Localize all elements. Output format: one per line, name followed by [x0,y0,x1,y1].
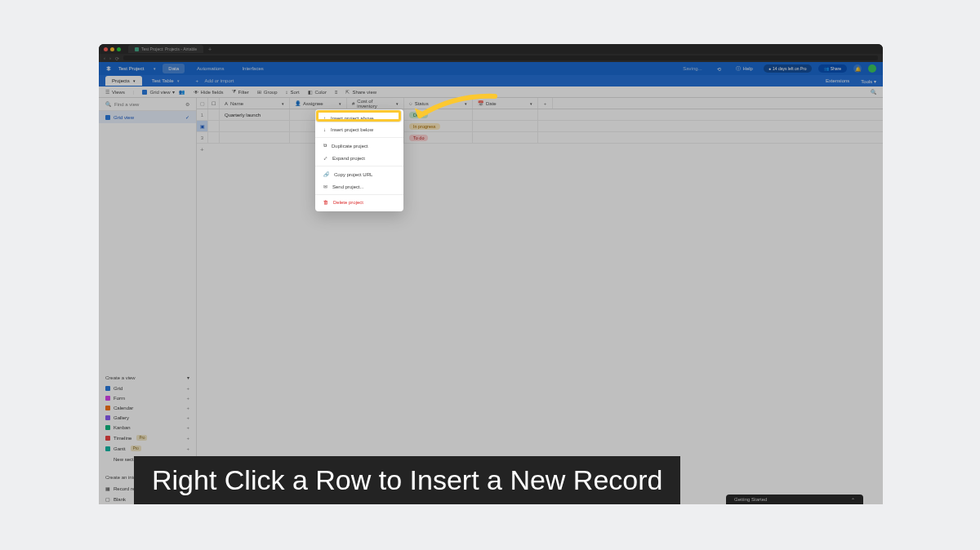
view-picker[interactable]: Grid view ▾ 👥 [142,89,185,95]
dropdown-icon[interactable]: ▾ [154,66,156,71]
tab-interfaces[interactable]: Interfaces [236,64,269,73]
column-assignee[interactable]: 👤 Assignee▾ [290,98,347,109]
row-context-menu: ↑Insert project above ↓Insert project be… [315,109,403,211]
browser-url-bar: ‹ › ⟳ [99,54,883,62]
chevron-down-icon: ▾ [187,375,189,380]
table-tab-projects[interactable]: Projects▾ [105,76,142,86]
create-calendar[interactable]: Calendar+ [99,403,196,413]
reload-icon[interactable]: ⟳ [115,55,119,61]
views-toggle[interactable]: ☰ Views [105,89,125,95]
tools-link[interactable]: Tools ▾ [861,78,876,84]
column-date[interactable]: 📅 Date▾ [473,98,538,109]
share-button[interactable]: 👥 Share [818,64,847,73]
base-title[interactable]: Test Project [118,66,144,71]
expand-icon: ⤢ [323,155,327,161]
trash-icon: 🗑 [323,200,328,205]
check-icon: ✓ [185,114,189,120]
app-header: Test Project ▾ Data Automations Interfac… [99,62,883,75]
airtable-favicon [135,47,139,51]
create-grid[interactable]: Grid+ [99,384,196,393]
duplicate-icon: ⧉ [323,143,327,149]
url-field[interactable] [123,55,878,60]
hide-fields-button[interactable]: 👁 Hide fields [194,90,224,95]
link-icon: 🔗 [323,171,329,177]
views-sidebar: 🔍 Find a view⚙ Grid view✓ Create a view▾… [99,98,197,504]
select-all-checkbox[interactable]: ☐ [208,98,220,109]
create-gallery[interactable]: Gallery+ [99,413,196,423]
add-column-button[interactable]: + [538,98,553,109]
ctx-duplicate[interactable]: ⧉Duplicate project [315,140,403,152]
ctx-expand[interactable]: ⤢Expand project [315,152,403,164]
user-avatar[interactable] [868,64,876,73]
back-icon[interactable]: ‹ [104,55,105,60]
ctx-insert-above[interactable]: ↑Insert project above [315,113,403,124]
ctx-delete[interactable]: 🗑Delete project [315,197,403,208]
add-table-button[interactable]: + Add or import [189,76,241,86]
trial-label: 14 days left on Pro [773,66,807,71]
create-gantt[interactable]: GanttPro+ [99,443,196,454]
arrow-up-icon: ↑ [323,116,326,121]
forward-icon[interactable]: › [109,55,111,60]
mail-icon: ✉ [323,184,327,189]
table-tab-row: Projects▾ Test Table▾ + Add or import Ex… [99,75,883,86]
close-window-dot[interactable] [104,47,108,51]
airtable-logo-icon[interactable] [105,65,112,72]
tab-automations[interactable]: Automations [191,64,229,73]
history-icon[interactable]: ⟲ [713,64,725,73]
table-row[interactable]: ▣ In progress [197,121,883,132]
create-form[interactable]: Form+ [99,393,196,403]
notifications-icon[interactable]: 🔔 [853,64,862,73]
maximize-window-dot[interactable] [117,47,121,51]
arrow-down-icon: ↓ [323,127,326,132]
chevron-up-icon: ⌃ [851,497,855,503]
table-row[interactable]: 1 Quarterly launch Done [197,109,883,121]
data-grid: ▢ ☐ A Name▾ 👤 Assignee▾ # Cost of invent… [197,98,883,504]
minimize-window-dot[interactable] [110,47,114,51]
getting-started-panel[interactable]: Getting Started ⌃ [726,495,863,504]
share-view-button[interactable]: ⇱ Share view [345,89,376,95]
view-toolbar: ☰ Views | Grid view ▾ 👥 👁 Hide fields ⧩ … [99,86,883,98]
table-tab-test-table[interactable]: Test Table▾ [145,76,186,86]
browser-tab[interactable]: Test Project: Projects - Airtable [128,45,203,53]
tutorial-caption: Right Click a Row to Insert a New Record [134,456,680,504]
sort-button[interactable]: ↕ Sort [286,90,300,95]
filter-button[interactable]: ⧩ Filter [232,89,249,95]
new-tab-button[interactable]: + [208,47,212,52]
create-timeline[interactable]: TimelinePro+ [99,432,196,443]
grid-header-row: ▢ ☐ A Name▾ 👤 Assignee▾ # Cost of invent… [197,98,883,109]
tab-data[interactable]: Data [163,64,185,73]
add-row-button[interactable]: + [197,144,883,155]
column-name[interactable]: A Name▾ [220,98,290,109]
ctx-send[interactable]: ✉Send project... [315,180,403,193]
getting-started-label: Getting Started [734,497,767,502]
row-height-button[interactable]: ≡ [335,90,338,95]
find-view-input[interactable]: 🔍 Find a view⚙ [99,98,196,111]
color-button[interactable]: ◧ Color [308,89,327,95]
create-kanban[interactable]: Kanban+ [99,423,196,432]
help-button[interactable]: ⓘ Help [732,64,757,74]
browser-titlebar: Test Project: Projects - Airtable + [99,44,883,54]
trial-badge[interactable]: ● 14 days left on Pro [764,64,812,73]
sidebar-view-grid[interactable]: Grid view✓ [99,111,196,123]
group-button[interactable]: ⊞ Group [257,89,278,95]
column-status[interactable]: ○ Status▾ [404,98,473,109]
ctx-insert-below[interactable]: ↓Insert project below [315,124,403,135]
expand-all-icon[interactable]: ▢ [197,98,208,109]
browser-tab-title: Test Project: Projects - Airtable [141,47,197,51]
share-label: Share [831,66,841,71]
extensions-link[interactable]: Extensions [826,78,849,83]
create-view-section[interactable]: Create a view▾ [99,371,196,384]
column-cost[interactable]: # Cost of inventory▾ [347,98,404,109]
help-label: Help [743,66,753,71]
ctx-copy-url[interactable]: 🔗Copy project URL [315,168,403,180]
table-row[interactable]: 3 To do [197,132,883,144]
saving-status: Saving... [679,64,706,73]
search-icon[interactable]: 🔍 [871,89,876,95]
